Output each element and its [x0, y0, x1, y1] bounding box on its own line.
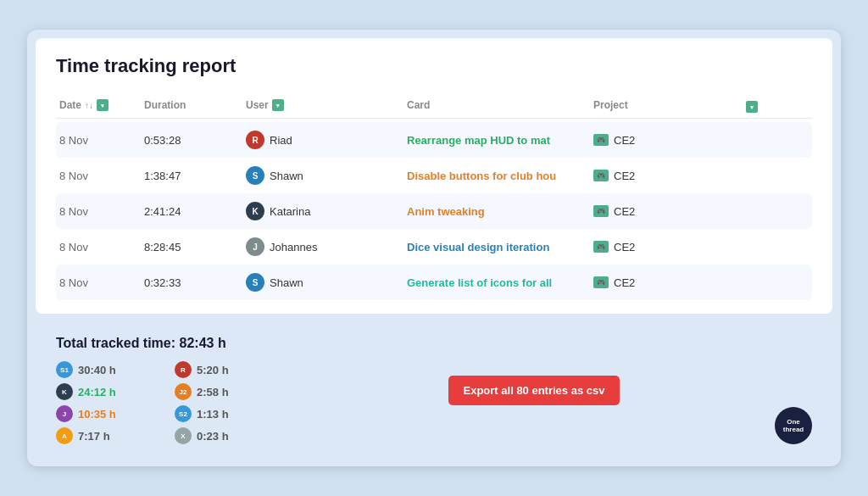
- table-row: 8 Nov 8:28:45 J Johannes Dice visual des…: [56, 229, 812, 265]
- logo-circle: Onethread: [775, 407, 812, 444]
- cell-card[interactable]: Dice visual design iteration: [407, 241, 593, 254]
- filter-user-icon[interactable]: [272, 99, 284, 111]
- cell-project: 🎮 CE2: [593, 134, 746, 147]
- logo-text: Onethread: [783, 418, 804, 434]
- avatar-small: S2: [175, 405, 192, 422]
- avatar-small: A: [56, 427, 73, 444]
- user-time-value: 0:23 h: [197, 430, 229, 443]
- user-time-item: R 5:20 h: [175, 361, 293, 378]
- cell-card[interactable]: Generate list of icons for all: [407, 276, 593, 289]
- avatar-small: J2: [175, 383, 192, 400]
- user-time-item: J 10:35 h: [56, 405, 175, 422]
- user-time-value: 30:40 h: [78, 364, 116, 376]
- user-time-item: J2 2:58 h: [175, 383, 293, 400]
- cell-duration: 1:38:47: [144, 170, 246, 182]
- cell-date: 8 Nov: [59, 205, 144, 218]
- user-time-item: S2 1:13 h: [175, 405, 293, 422]
- avatar-small: K: [56, 383, 73, 400]
- table-row: 8 Nov 2:41:24 K Katarina Anim tweaking 🎮…: [56, 193, 812, 229]
- col-header-duration: Duration: [144, 99, 246, 111]
- col-header-card: Card: [407, 99, 593, 111]
- cell-duration: 8:28:45: [144, 241, 246, 254]
- user-time-value: 2:58 h: [197, 386, 229, 398]
- project-thumb: 🎮: [593, 241, 609, 253]
- page-title: Time tracking report: [56, 55, 812, 77]
- user-time-item: X 0:23 h: [175, 427, 293, 444]
- table-row: 8 Nov 1:38:47 S Shawn Disable buttons fo…: [56, 158, 812, 193]
- cell-user: S Shawn: [246, 273, 381, 292]
- cell-project: 🎮 CE2: [593, 276, 746, 289]
- avatar-small: S1: [56, 361, 73, 378]
- filter-project-icon[interactable]: [746, 101, 758, 113]
- user-time-item: S1 30:40 h: [56, 361, 175, 378]
- user-times: S1 30:40 h R 5:20 h K 24:12 h J2 2:58 h …: [56, 361, 293, 444]
- cell-project: 🎮 CE2: [593, 241, 746, 254]
- user-time-item: A 7:17 h: [56, 427, 175, 444]
- avatar-small: R: [175, 361, 192, 378]
- top-section: Time tracking report Date ↑↓ Duration Us…: [36, 38, 832, 315]
- cell-date: 8 Nov: [59, 241, 144, 254]
- avatar: K: [246, 202, 264, 220]
- cell-date: 8 Nov: [59, 134, 144, 147]
- table-header: Date ↑↓ Duration User Card Project: [56, 92, 812, 120]
- avatar: J: [246, 237, 264, 256]
- total-time: Total tracked time: 82:43 h: [56, 336, 293, 351]
- table-body: 8 Nov 0:53:28 R Riad Rearrange map HUD t…: [56, 122, 812, 300]
- table-row: 8 Nov 0:53:28 R Riad Rearrange map HUD t…: [56, 122, 812, 158]
- filter-date-icon[interactable]: [97, 99, 108, 111]
- user-time-value: 24:12 h: [78, 386, 116, 398]
- sort-date-icon[interactable]: ↑↓: [85, 101, 93, 110]
- avatar: S: [246, 166, 264, 185]
- totals-area: Total tracked time: 82:43 h S1 30:40 h R…: [56, 336, 293, 444]
- col-header-date: Date ↑↓: [59, 99, 144, 111]
- outer-card: Time tracking report Date ↑↓ Duration Us…: [27, 30, 841, 467]
- cell-user: K Katarina: [246, 202, 381, 220]
- avatar-small: J: [56, 405, 73, 422]
- cell-duration: 2:41:24: [144, 205, 246, 218]
- cell-project: 🎮 CE2: [593, 205, 746, 218]
- cell-user: J Johannes: [246, 237, 381, 256]
- avatar-small: X: [175, 427, 192, 444]
- col-header-user: User: [246, 99, 381, 111]
- cell-card[interactable]: Disable buttons for club hou: [407, 170, 593, 182]
- avatar: R: [246, 131, 264, 149]
- user-time-value: 1:13 h: [197, 408, 229, 421]
- bottom-section: Total tracked time: 82:43 h S1 30:40 h R…: [36, 322, 832, 458]
- avatar: S: [246, 273, 264, 292]
- cell-date: 8 Nov: [59, 276, 144, 289]
- project-thumb: 🎮: [593, 276, 609, 288]
- user-time-value: 5:20 h: [197, 364, 229, 376]
- project-thumb: 🎮: [593, 134, 609, 146]
- cell-card[interactable]: Rearrange map HUD to mat: [407, 134, 593, 147]
- col-header-project: Project: [593, 99, 746, 111]
- cell-duration: 0:32:33: [144, 276, 246, 289]
- user-time-value: 10:35 h: [78, 408, 116, 421]
- cell-duration: 0:53:28: [144, 134, 246, 147]
- user-time-item: K 24:12 h: [56, 383, 175, 400]
- user-time-value: 7:17 h: [78, 430, 110, 443]
- cell-card[interactable]: Anim tweaking: [407, 205, 593, 218]
- table-row: 8 Nov 0:32:33 S Shawn Generate list of i…: [56, 265, 812, 300]
- cell-date: 8 Nov: [59, 170, 144, 182]
- export-button[interactable]: Export all 80 entries as csv: [448, 376, 620, 405]
- project-thumb: 🎮: [593, 170, 609, 181]
- cell-user: R Riad: [246, 131, 381, 149]
- project-thumb: 🎮: [593, 205, 609, 217]
- cell-project: 🎮 CE2: [593, 170, 746, 182]
- cell-user: S Shawn: [246, 166, 381, 185]
